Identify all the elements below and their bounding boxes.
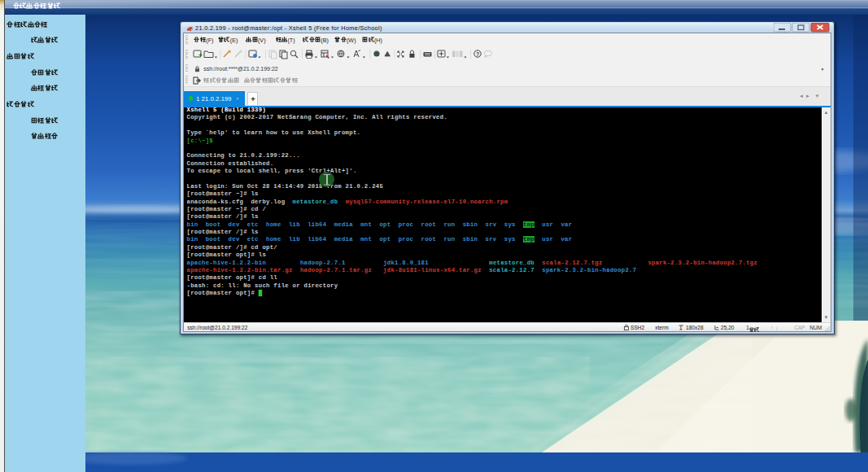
svg-text:?: ? [476, 51, 479, 57]
